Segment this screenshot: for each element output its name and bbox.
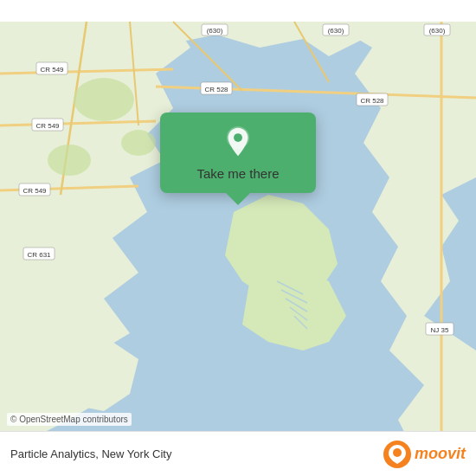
svg-text:CR 631: CR 631: [27, 251, 51, 259]
moovit-icon: [383, 441, 411, 468]
svg-text:CR 528: CR 528: [360, 97, 384, 105]
svg-text:CR 549: CR 549: [35, 122, 60, 130]
svg-text:CR 549: CR 549: [40, 66, 64, 74]
svg-point-12: [121, 130, 156, 156]
moovit-logo: moovit: [383, 441, 466, 468]
svg-point-10: [74, 78, 134, 121]
map-attribution: © OpenStreetMap contributors: [7, 413, 132, 426]
svg-point-11: [48, 145, 91, 176]
take-me-there-button[interactable]: Take me there: [196, 166, 279, 181]
map-container: CR 549 CR 549 CR 549 CR 528 CR 528 (630)…: [0, 0, 476, 476]
popup-card: Take me there: [160, 113, 316, 193]
svg-text:(630): (630): [328, 27, 344, 35]
moovit-label: moovit: [415, 445, 466, 463]
svg-text:(630): (630): [207, 27, 223, 35]
svg-point-41: [393, 448, 402, 457]
svg-text:CR 528: CR 528: [204, 86, 228, 93]
location-label: Particle Analytics, New York City: [10, 447, 171, 460]
svg-text:(630): (630): [429, 27, 446, 35]
svg-point-39: [234, 133, 242, 142]
svg-text:CR 549: CR 549: [23, 187, 47, 195]
bottom-bar: Particle Analytics, New York City moovit: [0, 431, 476, 476]
map-background: CR 549 CR 549 CR 549 CR 528 CR 528 (630)…: [0, 0, 476, 476]
location-pin-icon: [222, 126, 254, 158]
svg-text:NJ 35: NJ 35: [431, 326, 449, 334]
